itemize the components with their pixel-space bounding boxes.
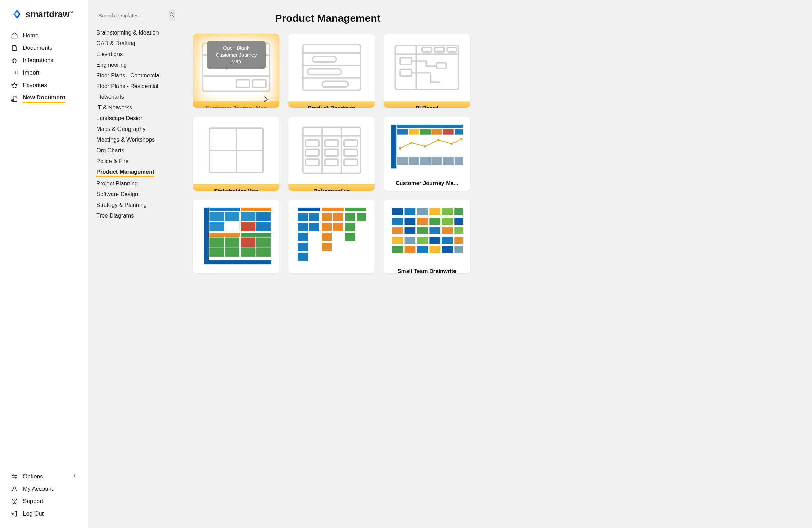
category-item-active[interactable]: Product Management	[96, 168, 154, 177]
cursor-icon	[264, 96, 269, 103]
nav-label: Log Out	[23, 510, 44, 517]
svg-rect-138	[417, 246, 428, 253]
home-icon	[11, 32, 18, 39]
svg-rect-97	[322, 213, 332, 221]
svg-rect-46	[325, 159, 338, 165]
svg-rect-115	[429, 208, 440, 215]
svg-rect-106	[298, 233, 308, 241]
category-item[interactable]: Floor Plans - Commercial	[96, 71, 174, 79]
nav-label: Support	[23, 498, 44, 505]
nav-import[interactable]: Import	[6, 67, 82, 79]
nav-options[interactable]: Options	[6, 471, 82, 482]
svg-rect-74	[225, 212, 239, 221]
template-card-small-team-brainwrite[interactable]: Small Team Brainwrite	[384, 200, 470, 273]
card-label: New Product Retrosp...	[288, 271, 375, 273]
svg-rect-72	[241, 208, 271, 211]
template-card-healthcare-stakeholder[interactable]: Healthcare Stakehold...	[193, 200, 279, 273]
category-item[interactable]: Strategy & Planning	[96, 201, 174, 209]
nav-favorites[interactable]: Favorites	[6, 79, 82, 91]
template-card-stakeholder-map[interactable]: Stakeholder Map	[193, 117, 279, 191]
category-item[interactable]: Floor Plans - Residential	[96, 82, 174, 90]
category-item[interactable]: Flowcharts	[96, 93, 174, 101]
svg-point-6	[14, 503, 15, 503]
template-card-retrospective[interactable]: Retrospective	[288, 117, 375, 191]
card-thumb	[288, 200, 375, 271]
star-icon	[11, 82, 18, 89]
logout-icon	[11, 510, 18, 517]
category-item[interactable]: Elevations	[96, 50, 174, 58]
search-button[interactable]	[169, 9, 175, 21]
nav-label: Home	[23, 32, 38, 39]
nav-integrations[interactable]: Integrations	[6, 55, 82, 66]
svg-rect-85	[241, 237, 255, 247]
svg-rect-99	[345, 213, 355, 221]
svg-rect-41	[306, 140, 319, 146]
svg-rect-136	[392, 246, 403, 253]
svg-rect-120	[417, 218, 428, 225]
svg-rect-51	[397, 125, 463, 128]
category-item[interactable]: Landscape Design	[96, 114, 174, 122]
category-item[interactable]: Project Planning	[96, 180, 174, 188]
healthcare-thumb-icon	[198, 204, 275, 266]
card-thumb	[288, 34, 375, 101]
svg-rect-107	[322, 233, 332, 241]
nav-home[interactable]: Home	[6, 30, 82, 41]
nav-my-account[interactable]: My Account	[6, 483, 82, 495]
svg-rect-128	[442, 227, 453, 234]
category-item[interactable]: Maps & Geography	[96, 125, 174, 133]
category-item[interactable]: CAD & Drafting	[96, 39, 174, 47]
category-item[interactable]: Org Charts	[96, 146, 174, 154]
category-item[interactable]: Meetings & Workshops	[96, 136, 174, 144]
category-item[interactable]: Engineering	[96, 61, 174, 69]
category-item[interactable]: Police & Fire	[96, 157, 174, 165]
category-item[interactable]: IT & Networks	[96, 104, 174, 112]
template-card-product-roadmap[interactable]: Product Roadmap	[288, 34, 375, 108]
primary-sidebar: smartdraw™ Home Documents Integrations	[0, 0, 88, 528]
svg-rect-50	[391, 125, 397, 169]
search-icon	[169, 12, 175, 19]
svg-rect-47	[344, 140, 357, 146]
svg-point-61	[437, 139, 440, 141]
category-item[interactable]: Brainstorming & Ideation	[96, 29, 174, 37]
card-thumb	[193, 200, 279, 271]
svg-rect-112	[392, 208, 403, 215]
svg-rect-91	[204, 260, 271, 264]
template-card-pi-board[interactable]: PI Board	[384, 34, 470, 108]
svg-rect-71	[209, 208, 240, 211]
svg-rect-28	[400, 58, 411, 65]
svg-rect-68	[443, 157, 454, 165]
svg-rect-67	[431, 157, 442, 165]
template-card-new-product-retro[interactable]: New Product Retrosp...	[288, 200, 375, 273]
nav-support[interactable]: Support	[6, 496, 82, 507]
svg-point-0	[15, 12, 18, 16]
nav-log-out[interactable]: Log Out	[6, 508, 82, 520]
svg-point-58	[399, 147, 401, 150]
nav-documents[interactable]: Documents	[6, 42, 82, 54]
svg-rect-141	[454, 246, 463, 253]
nav-new-document[interactable]: New Document	[6, 92, 82, 105]
main-content: Product Management	[178, 0, 812, 528]
nav-label: Import	[23, 69, 39, 76]
svg-rect-57	[455, 129, 463, 135]
svg-rect-23	[308, 69, 341, 75]
svg-rect-48	[344, 149, 357, 156]
svg-rect-108	[345, 233, 355, 241]
svg-rect-33	[437, 63, 446, 68]
template-card-customer-journey-example[interactable]: Customer Journey Ma...	[384, 117, 470, 191]
category-item[interactable]: Software Design	[96, 190, 174, 198]
svg-rect-137	[405, 246, 416, 253]
svg-rect-92	[298, 208, 320, 211]
svg-point-4	[13, 487, 16, 489]
retro-thumb-icon	[293, 122, 370, 179]
svg-point-59	[410, 142, 413, 144]
card-label: PI Board	[384, 101, 470, 108]
category-item[interactable]: Tree Diagrams	[96, 212, 174, 220]
svg-rect-54	[420, 129, 431, 135]
svg-rect-110	[322, 243, 332, 251]
svg-rect-56	[443, 129, 454, 135]
search-input[interactable]	[96, 9, 166, 22]
svg-rect-129	[454, 227, 463, 234]
svg-rect-140	[442, 246, 453, 253]
svg-rect-123	[454, 218, 463, 225]
template-card-customer-journey-map[interactable]: Open Blank Customer Journey Map Customer…	[193, 34, 279, 108]
